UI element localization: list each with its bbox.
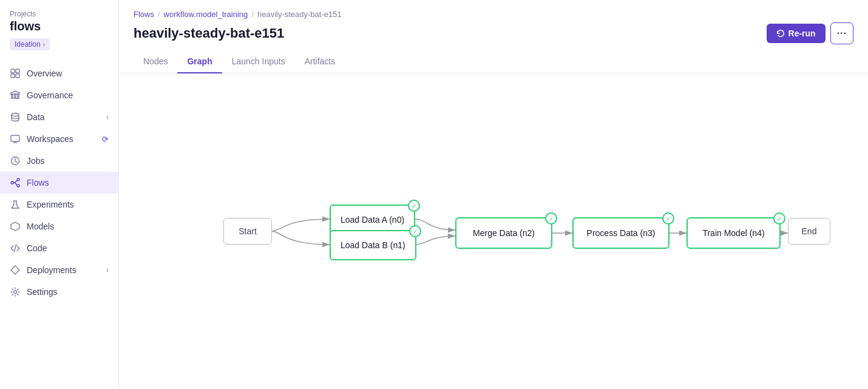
svg-rect-5: [15, 94, 16, 98]
chevron-right-icon: ›: [106, 113, 109, 121]
rerun-button[interactable]: Re-run: [767, 24, 826, 43]
node-end[interactable]: End: [788, 218, 830, 245]
svg-point-19: [14, 291, 17, 294]
chevron-right-icon: ›: [106, 266, 109, 274]
code-icon: [10, 243, 21, 254]
svg-rect-3: [16, 74, 19, 78]
sidebar-item-label: Experiments: [27, 200, 74, 209]
tabs: Nodes Graph Launch Inputs Artifacts: [134, 52, 853, 73]
breadcrumb-flows-link[interactable]: Flows: [134, 10, 154, 19]
sidebar-item-flows[interactable]: Flows: [0, 172, 118, 194]
workspaces-icon: [10, 134, 21, 144]
app-name: flows: [10, 19, 109, 33]
sidebar-nav: Overview Governance Data › Workspaces ⟳: [0, 60, 118, 305]
refresh-icon: ⟳: [102, 135, 109, 144]
svg-rect-6: [18, 94, 19, 98]
jobs-icon: [10, 155, 21, 166]
tab-graph[interactable]: Graph: [177, 52, 222, 73]
node-start[interactable]: Start: [223, 218, 272, 245]
overview-icon: [10, 68, 21, 79]
governance-icon: [10, 90, 21, 101]
sidebar-item-label: Settings: [27, 287, 58, 297]
tab-artifacts[interactable]: Artifacts: [295, 52, 345, 73]
settings-icon: [10, 286, 21, 297]
projects-label: Projects: [10, 10, 109, 18]
page-title: heavily-steady-bat-e151: [134, 25, 284, 41]
models-icon: [10, 221, 21, 232]
rerun-label: Re-run: [788, 29, 816, 38]
sidebar-item-data[interactable]: Data ›: [0, 106, 118, 128]
sidebar-item-overview[interactable]: Overview: [0, 63, 118, 84]
check-icon-n0: ✓: [408, 200, 420, 212]
node-start-label: Start: [239, 226, 257, 236]
tab-nodes[interactable]: Nodes: [134, 52, 177, 73]
sidebar-item-workspaces[interactable]: Workspaces ⟳: [0, 128, 118, 150]
sidebar-item-label: Models: [27, 222, 54, 231]
svg-line-18: [15, 245, 16, 252]
check-icon-n4: ✓: [773, 212, 785, 225]
node-n1-label: Load Data B (n1): [341, 240, 405, 250]
svg-point-8: [12, 113, 19, 117]
sidebar-item-label: Flows: [27, 178, 49, 188]
data-icon: [10, 112, 21, 123]
breadcrumb-sep2: /: [251, 10, 254, 19]
sidebar-item-label: Code: [27, 243, 47, 253]
flow-diagram: Start ✓ Load Data A (n0) ✓ Load Data B (…: [175, 152, 812, 310]
node-n4-label: Train Model (n4): [702, 228, 764, 238]
node-n3[interactable]: ✓ Process Data (n3): [572, 217, 670, 249]
ideation-badge[interactable]: Ideation ›: [10, 38, 50, 50]
sidebar: Projects flows Ideation › Overview Gover…: [0, 0, 119, 389]
svg-rect-2: [11, 74, 15, 78]
sidebar-item-governance[interactable]: Governance: [0, 84, 118, 106]
node-n4[interactable]: ✓ Train Model (n4): [687, 217, 781, 249]
svg-rect-9: [11, 135, 19, 141]
node-n2[interactable]: ✓ Merge Data (n2): [455, 217, 552, 249]
check-icon-n3: ✓: [662, 212, 674, 225]
graph-area: Start ✓ Load Data A (n0) ✓ Load Data B (…: [119, 73, 868, 389]
deployments-icon: [10, 265, 21, 276]
check-icon-n2: ✓: [545, 212, 557, 225]
more-icon: ···: [837, 28, 847, 39]
sidebar-item-label: Deployments: [27, 265, 76, 275]
more-button[interactable]: ···: [830, 22, 853, 44]
sidebar-header: Projects flows Ideation ›: [0, 0, 118, 60]
node-end-label: End: [802, 226, 817, 236]
page-header: Flows / workflow.model_training / heavil…: [119, 0, 868, 73]
sidebar-item-label: Workspaces: [27, 134, 73, 144]
header-row: heavily-steady-bat-e151 Re-run ···: [134, 22, 853, 44]
node-n3-label: Process Data (n3): [587, 228, 656, 238]
svg-marker-17: [11, 222, 19, 231]
breadcrumb: Flows / workflow.model_training / heavil…: [134, 10, 853, 19]
svg-rect-4: [12, 94, 13, 98]
breadcrumb-current: heavily-steady-bat-e151: [257, 10, 342, 19]
sidebar-item-models[interactable]: Models: [0, 215, 118, 237]
breadcrumb-sep1: /: [158, 10, 160, 19]
header-actions: Re-run ···: [767, 22, 853, 44]
node-n2-label: Merge Data (n2): [473, 228, 535, 238]
sidebar-item-label: Jobs: [27, 156, 45, 166]
node-n1[interactable]: ✓ Load Data B (n1): [330, 230, 416, 260]
sidebar-item-label: Governance: [27, 90, 73, 100]
sidebar-item-label: Overview: [27, 69, 62, 78]
sidebar-item-experiments[interactable]: Experiments: [0, 194, 118, 215]
chevron-right-icon: ›: [43, 41, 45, 48]
sidebar-item-jobs[interactable]: Jobs: [0, 150, 118, 172]
flows-icon: [10, 177, 21, 188]
breadcrumb-workflow-link[interactable]: workflow.model_training: [164, 10, 248, 19]
rerun-icon: [776, 29, 785, 38]
check-icon-n1: ✓: [409, 225, 421, 237]
ideation-label: Ideation: [15, 40, 41, 49]
experiments-icon: [10, 199, 21, 210]
sidebar-item-label: Data: [27, 112, 45, 122]
node-n0-label: Load Data A (n0): [341, 215, 404, 225]
sidebar-item-deployments[interactable]: Deployments ›: [0, 259, 118, 281]
main-content: Flows / workflow.model_training / heavil…: [119, 0, 868, 389]
tab-launch-inputs[interactable]: Launch Inputs: [222, 52, 295, 73]
svg-rect-1: [16, 69, 19, 73]
sidebar-item-settings[interactable]: Settings: [0, 281, 118, 303]
svg-rect-0: [11, 69, 15, 73]
sidebar-item-code[interactable]: Code: [0, 237, 118, 259]
